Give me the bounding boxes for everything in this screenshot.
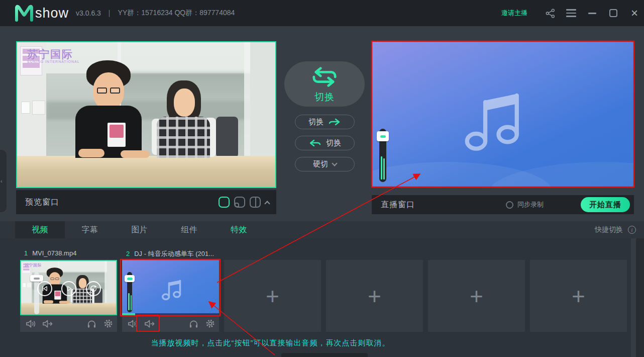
thumb2-volume-handle[interactable] xyxy=(125,275,135,282)
play-button[interactable] xyxy=(61,281,76,296)
headphone-icon[interactable] xyxy=(85,318,97,329)
gear-icon[interactable] xyxy=(102,318,114,329)
chevron-up-icon[interactable] xyxy=(264,201,270,206)
app-title: show xyxy=(35,6,69,21)
plus-icon: + xyxy=(572,286,585,306)
live-label: 直播窗口 xyxy=(381,200,415,210)
loop-icon xyxy=(89,284,98,293)
audio-output-icon[interactable] xyxy=(143,318,155,329)
speaker-volume-icon[interactable] xyxy=(127,318,139,329)
tab-effects[interactable]: 特效 xyxy=(214,221,264,238)
quick-switch-label[interactable]: 快捷切换 xyxy=(595,221,623,238)
arrow-right-icon xyxy=(328,118,341,126)
maximize-button[interactable] xyxy=(608,8,619,19)
layout-split-icon[interactable] xyxy=(250,197,261,208)
preview-video-window[interactable]: 苏宁国际 SUNING INTERNATIONAL xyxy=(16,41,276,188)
mshow-logo-icon xyxy=(14,4,34,23)
add-media-slot[interactable]: + xyxy=(224,260,321,332)
chevron-down-icon xyxy=(332,160,337,166)
title-separator: ｜ xyxy=(106,9,113,18)
host-right xyxy=(174,88,195,117)
mshow-app: show v3.0.6.3 ｜ YY群：15716234 QQ群：8977740… xyxy=(0,0,644,357)
live-bar: 直播窗口 同步录制 开始直播 xyxy=(372,195,634,214)
app-version: v3.0.6.3 xyxy=(76,9,101,17)
close-button[interactable]: × xyxy=(629,8,640,19)
skip-start-button[interactable] xyxy=(37,281,52,296)
invite-anchor-link[interactable]: 邀请主播 xyxy=(501,9,527,18)
collapse-icon: ‹ xyxy=(1,178,3,184)
preview-label: 预览窗口 xyxy=(25,197,59,208)
tab-widget[interactable]: 组件 xyxy=(164,221,214,238)
thumb1-toolbar xyxy=(20,315,117,332)
group-numbers: YY群：15716234 QQ群：897774084 xyxy=(118,9,235,18)
sidebar-collapse-handle[interactable]: ‹ xyxy=(0,150,7,212)
media-item-2-label: 2DJ - 纯音乐动感单车 (201... xyxy=(126,249,214,258)
share-icon[interactable] xyxy=(545,8,556,19)
live-volume-handle[interactable] xyxy=(377,131,389,141)
thumb2-audio-meter xyxy=(128,293,132,310)
live-audio-meter xyxy=(381,156,385,180)
live-volume-slider[interactable] xyxy=(376,128,390,183)
chair xyxy=(216,117,238,158)
preview-bar: 预览窗口 xyxy=(16,190,276,214)
table xyxy=(17,156,275,187)
scrollbar-track[interactable] xyxy=(636,238,644,357)
host-left xyxy=(93,72,124,111)
switch-forward-button[interactable]: 切换 xyxy=(295,115,355,129)
tab-image[interactable]: 图片 xyxy=(115,221,164,238)
sync-record-toggle[interactable]: 同步录制 xyxy=(506,195,544,214)
play-icon xyxy=(64,284,73,293)
music-note-icon xyxy=(455,76,538,159)
radio-icon[interactable] xyxy=(506,201,513,209)
add-media-slot[interactable]: + xyxy=(326,260,423,332)
gear-icon[interactable] xyxy=(204,318,216,329)
thumb2-toolbar xyxy=(122,315,219,332)
loop-button[interactable] xyxy=(86,281,101,296)
start-live-button[interactable]: 开始直播 xyxy=(581,197,630,212)
thumb2-volume-slider[interactable] xyxy=(124,271,137,315)
headphone-icon[interactable] xyxy=(187,318,199,329)
minimize-button[interactable] xyxy=(587,8,598,19)
title-bar: show v3.0.6.3 ｜ YY群：15716234 QQ群：8977740… xyxy=(0,0,644,26)
plus-icon: + xyxy=(470,286,483,306)
info-icon[interactable]: i xyxy=(628,226,636,234)
plus-icon: + xyxy=(368,286,381,306)
switch-backward-button[interactable]: 切换 xyxy=(295,136,355,150)
menu-icon[interactable] xyxy=(566,8,577,19)
speaker-volume-icon[interactable] xyxy=(25,318,37,329)
tab-subtitle[interactable]: 字幕 xyxy=(65,221,115,238)
audio-output-icon[interactable] xyxy=(41,318,53,329)
media-item-1-label: 1MVI_0738.mp4 xyxy=(24,249,76,257)
watermark: 苏宁国际 SUNING INTERNATIONAL xyxy=(27,48,80,64)
chest-card xyxy=(108,123,126,147)
music-note-icon xyxy=(158,274,187,303)
tab-video[interactable]: 视频 xyxy=(15,221,65,238)
switch-mode-dropdown[interactable]: 硬切 xyxy=(295,157,355,171)
layout-pip-icon[interactable] xyxy=(234,197,245,208)
arrow-left-icon xyxy=(308,139,321,147)
skip-start-icon xyxy=(40,284,49,293)
thumb1-volume-handle[interactable] xyxy=(30,275,43,282)
plus-icon: + xyxy=(266,286,279,306)
main-switch-button[interactable]: 切换 xyxy=(284,61,365,107)
tooltip-edge xyxy=(281,353,368,357)
add-media-slot[interactable]: + xyxy=(530,260,627,332)
swap-arrows-icon xyxy=(309,64,340,90)
annotation-text: 当播放视频时，点击此“按钮”可以直接输出音频，再次点击则取消。 xyxy=(0,338,541,348)
preview-video: 苏宁国际 SUNING INTERNATIONAL xyxy=(17,42,275,187)
scrollbar-thumb[interactable] xyxy=(631,238,636,357)
media-tabs: 视频 字幕 图片 组件 特效 快捷切换 i xyxy=(0,221,644,238)
layout-single-icon[interactable] xyxy=(219,197,230,208)
add-media-slot[interactable]: + xyxy=(428,260,525,332)
main-switch-label: 切换 xyxy=(314,91,335,104)
